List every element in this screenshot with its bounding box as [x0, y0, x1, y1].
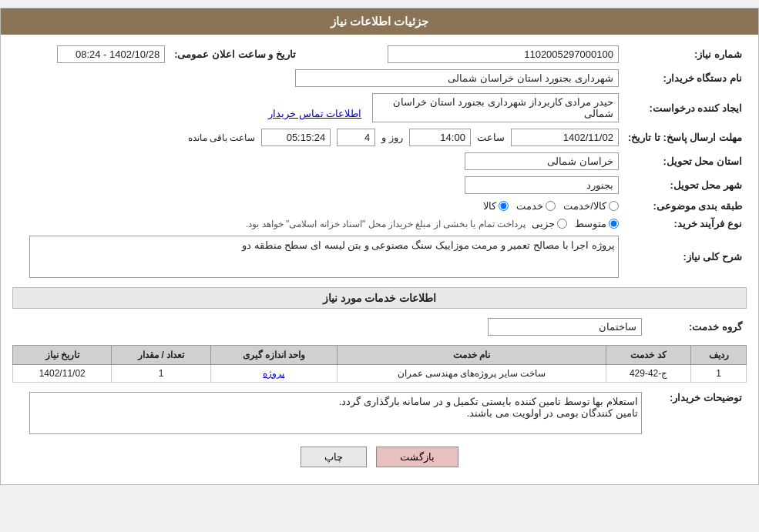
- city-label: شهر محل تحویل:: [623, 173, 747, 197]
- buyer-note-label: توضیحات خریدار:: [646, 389, 747, 437]
- service-detail-table: ردیف کد خدمت نام خدمت واحد اندازه گیری ت…: [12, 345, 747, 383]
- province-value: خراسان شمالی: [465, 152, 619, 170]
- category-radio-kala-khedmat[interactable]: [609, 201, 619, 211]
- page-header: جزئیات اطلاعات نیاز: [1, 8, 758, 35]
- service-group-cell: ساختمان: [12, 315, 646, 339]
- province-cell: خراسان شمالی: [12, 149, 623, 173]
- category-cell: کالا/خدمت خدمت کالا: [12, 197, 623, 215]
- purchase-type-radio-jozi[interactable]: [557, 219, 567, 229]
- category-label-kala: کالا: [483, 200, 496, 212]
- col-row: ردیف: [691, 346, 747, 365]
- col-name: نام خدمت: [338, 346, 606, 365]
- cell-date: 1402/11/02: [13, 365, 112, 383]
- need-number-value: 1102005297000100: [388, 45, 619, 63]
- back-button[interactable]: بازگشت: [376, 447, 458, 467]
- service-group-label: گروه خدمت:: [646, 315, 747, 339]
- purchase-type-cell: متوسط جزیی پرداخت تمام یا بخشی از مبلغ خ…: [12, 215, 623, 233]
- category-label-khedmat: خدمت: [516, 200, 543, 212]
- need-desc-value: پروژه اجرا با مصالح تعمیر و مرمت موزاییک…: [29, 236, 619, 278]
- need-desc-label: شرح کلی نیاز:: [623, 233, 747, 281]
- print-button[interactable]: چاپ: [301, 447, 367, 467]
- buyer-note-section: توضیحات خریدار: استعلام بها توسط تامین ک…: [12, 389, 747, 437]
- province-label: استان محل تحویل:: [623, 149, 747, 173]
- creator-value: حیدر مرادی کاربرداز شهرداری بجنورد استان…: [372, 93, 619, 122]
- purchase-type-option-motavasset: متوسط: [575, 218, 619, 229]
- need-desc-cell: پروژه اجرا با مصالح تعمیر و مرمت موزاییک…: [12, 233, 623, 281]
- remaining-time: 05:15:24: [261, 129, 331, 146]
- buyer-org-cell: شهرداری بجنورد استان خراسان شمالی: [12, 66, 623, 90]
- unit-link[interactable]: پروژه: [263, 368, 284, 379]
- category-label: طبقه بندی موضوعی:: [623, 197, 747, 215]
- col-unit: واحد اندازه گیری: [210, 346, 337, 365]
- cell-unit: پروژه: [210, 365, 337, 383]
- creator-label: ایجاد کننده درخواست:: [623, 90, 747, 125]
- info-section: شماره نیاز: 1102005297000100 تاریخ و ساع…: [12, 42, 747, 281]
- col-date: تاریخ نیاز: [13, 346, 112, 365]
- category-radio-khedmat[interactable]: [546, 201, 556, 211]
- announce-date-cell: 1402/10/28 - 08:24: [12, 42, 170, 66]
- col-qty: تعداد / مقدار: [112, 346, 210, 365]
- need-number-cell: 1102005297000100: [301, 42, 623, 66]
- category-option-kala: کالا: [483, 200, 509, 212]
- announce-date-label: تاریخ و ساعت اعلان عمومی:: [170, 42, 301, 66]
- table-row: 1 ج-42-429 ساخت سایر پروژه‌های مهندسی عم…: [13, 365, 747, 383]
- page-title: جزئیات اطلاعات نیاز: [331, 15, 428, 28]
- cell-qty: 1: [112, 365, 210, 383]
- category-radio-kala[interactable]: [499, 201, 509, 211]
- purchase-type-note: پرداخت تمام یا بخشی از مبلغ خریداز محل "…: [246, 219, 526, 229]
- buyer-org-value: شهرداری بجنورد استان خراسان شمالی: [295, 69, 619, 87]
- remaining-label: ساعت باقی مانده: [188, 132, 256, 143]
- category-label-kala-khedmat: کالا/خدمت: [563, 200, 606, 212]
- purchase-type-radio-motavasset[interactable]: [609, 219, 619, 229]
- cell-code: ج-42-429: [606, 365, 691, 383]
- deadline-date: 1402/11/02: [511, 129, 619, 146]
- deadline-days-label: روز و: [381, 132, 403, 143]
- cell-name: ساخت سایر پروژه‌های مهندسی عمران: [338, 365, 606, 383]
- contact-link[interactable]: اطلاعات تماس خریدار: [268, 108, 361, 119]
- purchase-type-label: نوع فرآیند خرید:: [623, 215, 747, 233]
- service-group-table: گروه خدمت: ساختمان: [12, 315, 747, 339]
- services-section-title: اطلاعات خدمات مورد نیاز: [12, 287, 747, 309]
- deadline-time: 14:00: [409, 129, 471, 146]
- buyer-org-label: نام دستگاه خریدار:: [623, 66, 747, 90]
- buyer-note-cell: استعلام بها توسط تامین کننده بایستی تکمی…: [12, 389, 646, 437]
- category-option-kala-khedmat: کالا/خدمت: [563, 200, 619, 212]
- city-value: بجنورد: [465, 176, 619, 194]
- deadline-cell: 1402/11/02 ساعت 14:00 روز و 4 05:15:24 س…: [12, 125, 623, 149]
- deadline-days: 4: [337, 129, 375, 146]
- purchase-type-label-jozi: جزیی: [532, 218, 555, 229]
- need-number-label: شماره نیاز:: [623, 42, 747, 66]
- category-option-khedmat: خدمت: [516, 200, 556, 212]
- city-cell: بجنورد: [12, 173, 623, 197]
- cell-row: 1: [691, 365, 747, 383]
- main-content: شماره نیاز: 1102005297000100 تاریخ و ساع…: [1, 35, 758, 484]
- col-code: کد خدمت: [606, 346, 691, 365]
- purchase-type-option-jozi: جزیی: [532, 218, 567, 229]
- creator-cell: حیدر مرادی کاربرداز شهرداری بجنورد استان…: [12, 90, 623, 125]
- deadline-label: مهلت ارسال پاسخ: تا تاریخ:: [623, 125, 747, 149]
- deadline-time-label: ساعت: [477, 132, 505, 143]
- page-container: جزئیات اطلاعات نیاز شماره نیاز: 11020052…: [0, 8, 759, 485]
- purchase-type-label-motavasset: متوسط: [575, 218, 606, 229]
- buyer-note-value: استعلام بها توسط تامین کننده بایستی تکمی…: [29, 392, 642, 434]
- service-group-value: ساختمان: [488, 318, 642, 336]
- announce-date-value: 1402/10/28 - 08:24: [57, 45, 165, 63]
- button-group: بازگشت چاپ: [12, 447, 747, 467]
